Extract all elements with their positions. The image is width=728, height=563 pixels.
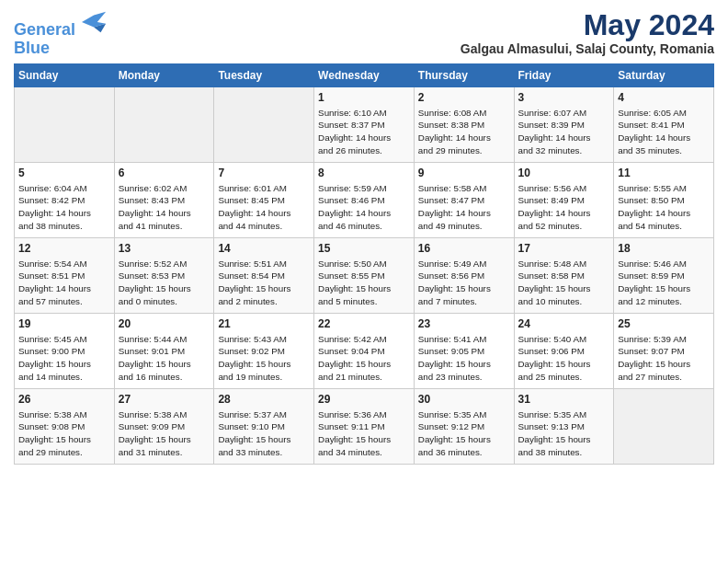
day-number: 13 (119, 241, 210, 256)
calendar-week-1: 1Sunrise: 6:10 AM Sunset: 8:37 PM Daylig… (15, 86, 714, 162)
day-detail: Sunrise: 5:51 AM Sunset: 8:54 PM Dayligh… (218, 258, 310, 308)
calendar-week-4: 19Sunrise: 5:45 AM Sunset: 9:00 PM Dayli… (15, 313, 714, 388)
day-detail: Sunrise: 5:48 AM Sunset: 8:58 PM Dayligh… (518, 258, 610, 308)
day-number: 23 (418, 316, 510, 331)
day-detail: Sunrise: 5:40 AM Sunset: 9:06 PM Dayligh… (518, 333, 610, 384)
header-wednesday: Wednesday (314, 63, 415, 86)
day-number: 19 (18, 316, 110, 331)
day-detail: Sunrise: 6:10 AM Sunset: 8:37 PM Dayligh… (318, 107, 410, 157)
header-saturday: Saturday (614, 63, 714, 86)
main-title: May 2024 (461, 9, 714, 41)
header-monday: Monday (114, 63, 214, 86)
day-detail: Sunrise: 5:54 AM Sunset: 8:51 PM Dayligh… (18, 258, 110, 308)
day-detail: Sunrise: 5:35 AM Sunset: 9:12 PM Dayligh… (418, 408, 510, 459)
day-detail: Sunrise: 5:38 AM Sunset: 9:08 PM Dayligh… (18, 408, 110, 459)
day-number: 26 (18, 392, 110, 407)
day-detail: Sunrise: 6:04 AM Sunset: 8:42 PM Dayligh… (18, 182, 110, 233)
day-detail: Sunrise: 6:07 AM Sunset: 8:39 PM Dayligh… (518, 107, 610, 157)
calendar-cell: 15Sunrise: 5:50 AM Sunset: 8:55 PM Dayli… (314, 237, 415, 313)
calendar-cell: 4Sunrise: 6:05 AM Sunset: 8:41 PM Daylig… (614, 86, 714, 162)
calendar-cell (214, 86, 314, 162)
day-number: 22 (318, 316, 410, 331)
day-number: 12 (18, 241, 110, 256)
calendar-cell: 25Sunrise: 5:39 AM Sunset: 9:07 PM Dayli… (614, 313, 714, 388)
calendar-cell: 9Sunrise: 5:58 AM Sunset: 8:47 PM Daylig… (414, 162, 514, 237)
calendar-cell: 20Sunrise: 5:44 AM Sunset: 9:01 PM Dayli… (114, 313, 214, 388)
day-detail: Sunrise: 5:41 AM Sunset: 9:05 PM Dayligh… (418, 333, 510, 384)
title-block: May 2024 Galgau Almasului, Salaj County,… (461, 9, 714, 56)
calendar-week-5: 26Sunrise: 5:38 AM Sunset: 9:08 PM Dayli… (15, 388, 714, 464)
day-detail: Sunrise: 5:55 AM Sunset: 8:50 PM Dayligh… (618, 182, 710, 233)
day-detail: Sunrise: 5:49 AM Sunset: 8:56 PM Dayligh… (418, 258, 510, 308)
header-tuesday: Tuesday (214, 63, 314, 86)
day-detail: Sunrise: 5:52 AM Sunset: 8:53 PM Dayligh… (119, 258, 210, 308)
calendar-cell: 8Sunrise: 5:59 AM Sunset: 8:46 PM Daylig… (314, 162, 415, 237)
day-detail: Sunrise: 5:42 AM Sunset: 9:04 PM Dayligh… (318, 333, 410, 384)
day-detail: Sunrise: 5:37 AM Sunset: 9:10 PM Dayligh… (218, 408, 310, 459)
day-detail: Sunrise: 5:56 AM Sunset: 8:49 PM Dayligh… (518, 182, 610, 233)
calendar-cell: 14Sunrise: 5:51 AM Sunset: 8:54 PM Dayli… (214, 237, 314, 313)
calendar-cell: 11Sunrise: 5:55 AM Sunset: 8:50 PM Dayli… (614, 162, 714, 237)
calendar-cell: 19Sunrise: 5:45 AM Sunset: 9:00 PM Dayli… (15, 313, 115, 388)
day-number: 1 (318, 90, 410, 105)
day-number: 25 (618, 316, 710, 331)
calendar-cell: 28Sunrise: 5:37 AM Sunset: 9:10 PM Dayli… (214, 388, 314, 464)
calendar-cell: 31Sunrise: 5:35 AM Sunset: 9:13 PM Dayli… (514, 388, 614, 464)
day-number: 27 (119, 392, 210, 407)
day-number: 9 (418, 166, 510, 180)
logo-general: General (14, 20, 75, 39)
calendar-cell: 12Sunrise: 5:54 AM Sunset: 8:51 PM Dayli… (15, 237, 115, 313)
day-number: 28 (218, 392, 310, 407)
day-detail: Sunrise: 6:05 AM Sunset: 8:41 PM Dayligh… (618, 107, 710, 157)
day-detail: Sunrise: 5:45 AM Sunset: 9:00 PM Dayligh… (18, 333, 110, 384)
calendar-cell (614, 388, 714, 464)
day-detail: Sunrise: 6:08 AM Sunset: 8:38 PM Dayligh… (418, 107, 510, 157)
logo-text: General (14, 9, 108, 40)
calendar-cell: 21Sunrise: 5:43 AM Sunset: 9:02 PM Dayli… (214, 313, 314, 388)
day-detail: Sunrise: 5:50 AM Sunset: 8:55 PM Dayligh… (318, 258, 410, 308)
day-detail: Sunrise: 5:39 AM Sunset: 9:07 PM Dayligh… (618, 333, 710, 384)
calendar-week-3: 12Sunrise: 5:54 AM Sunset: 8:51 PM Dayli… (15, 237, 714, 313)
day-detail: Sunrise: 6:01 AM Sunset: 8:45 PM Dayligh… (218, 182, 310, 233)
calendar-cell: 7Sunrise: 6:01 AM Sunset: 8:45 PM Daylig… (214, 162, 314, 237)
day-detail: Sunrise: 5:36 AM Sunset: 9:11 PM Dayligh… (318, 408, 410, 459)
day-number: 17 (518, 241, 610, 256)
day-number: 3 (518, 90, 610, 105)
logo: General Blue (14, 9, 108, 58)
header: General Blue May 2024 Galgau Almasului, … (14, 9, 714, 58)
day-number: 20 (119, 316, 210, 331)
calendar-cell: 5Sunrise: 6:04 AM Sunset: 8:42 PM Daylig… (15, 162, 115, 237)
day-detail: Sunrise: 5:35 AM Sunset: 9:13 PM Dayligh… (518, 408, 610, 459)
day-number: 16 (418, 241, 510, 256)
calendar-cell: 18Sunrise: 5:46 AM Sunset: 8:59 PM Dayli… (614, 237, 714, 313)
calendar-cell: 10Sunrise: 5:56 AM Sunset: 8:49 PM Dayli… (514, 162, 614, 237)
day-number: 30 (418, 392, 510, 407)
calendar-cell: 26Sunrise: 5:38 AM Sunset: 9:08 PM Dayli… (15, 388, 115, 464)
day-number: 10 (518, 166, 610, 180)
day-number: 14 (218, 241, 310, 256)
day-number: 4 (618, 90, 710, 105)
calendar-cell (15, 86, 115, 162)
day-number: 2 (418, 90, 510, 105)
calendar-cell: 6Sunrise: 6:02 AM Sunset: 8:43 PM Daylig… (114, 162, 214, 237)
day-detail: Sunrise: 5:58 AM Sunset: 8:47 PM Dayligh… (418, 182, 510, 233)
day-number: 29 (318, 392, 410, 407)
day-number: 7 (218, 166, 310, 180)
calendar-cell: 24Sunrise: 5:40 AM Sunset: 9:06 PM Dayli… (514, 313, 614, 388)
subtitle: Galgau Almasului, Salaj County, Romania (461, 41, 714, 56)
calendar-cell: 17Sunrise: 5:48 AM Sunset: 8:58 PM Dayli… (514, 237, 614, 313)
calendar-table: Sunday Monday Tuesday Wednesday Thursday… (14, 63, 714, 465)
page: General Blue May 2024 Galgau Almasului, … (0, 0, 728, 563)
header-friday: Friday (514, 63, 614, 86)
header-thursday: Thursday (414, 63, 514, 86)
calendar-cell: 3Sunrise: 6:07 AM Sunset: 8:39 PM Daylig… (514, 86, 614, 162)
logo-blue: Blue (14, 40, 108, 58)
calendar-cell: 13Sunrise: 5:52 AM Sunset: 8:53 PM Dayli… (114, 237, 214, 313)
logo-bird-icon (82, 9, 108, 35)
day-number: 5 (18, 166, 110, 180)
calendar-cell: 22Sunrise: 5:42 AM Sunset: 9:04 PM Dayli… (314, 313, 415, 388)
calendar-cell: 1Sunrise: 6:10 AM Sunset: 8:37 PM Daylig… (314, 86, 415, 162)
day-detail: Sunrise: 6:02 AM Sunset: 8:43 PM Dayligh… (119, 182, 210, 233)
day-number: 21 (218, 316, 310, 331)
day-number: 18 (618, 241, 710, 256)
